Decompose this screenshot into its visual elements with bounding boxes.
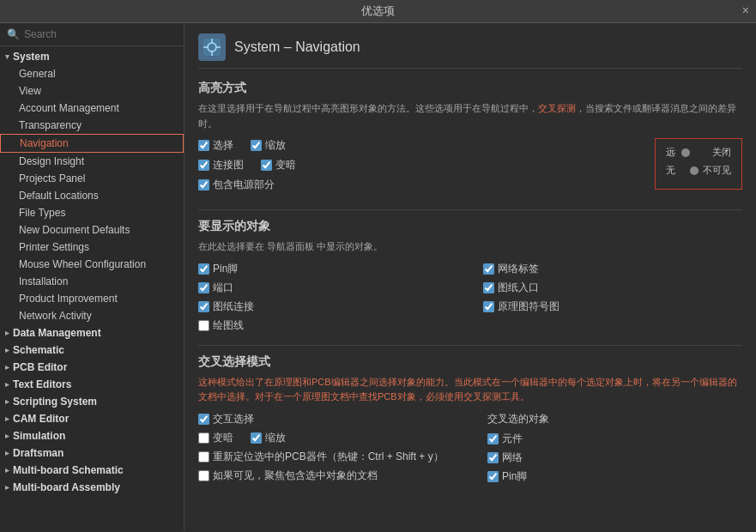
- checkbox-pin-label: Pin脚: [213, 262, 238, 276]
- divider1: [198, 209, 742, 210]
- checkbox-cross-net-label: 网络: [502, 450, 523, 465]
- expand-arrow-pcb-editor: ▸: [5, 363, 9, 372]
- sidebar-item-multiboard-schematic[interactable]: ▸ Multi-board Schematic: [0, 462, 184, 479]
- highlight-section: 高亮方式 在这里选择用于在导航过程中高亮图形对象的方法。这些选项用于在导航过程中…: [198, 81, 742, 197]
- sidebar-label-cam-editor: CAM Editor: [13, 413, 69, 425]
- expand-arrow-draftsman: ▸: [5, 449, 9, 457]
- highlight-desc-highlight: 交叉探测: [538, 103, 576, 113]
- sidebar-item-new-document-defaults[interactable]: New Document Defaults: [0, 221, 184, 239]
- checkbox-power-label: 包含电源部分: [213, 178, 275, 192]
- sidebar-item-printer-settings[interactable]: Printer Settings: [0, 239, 184, 256]
- checkbox-select[interactable]: 选择: [198, 138, 233, 153]
- sidebar-label-new-document-defaults: New Document Defaults: [19, 224, 130, 236]
- checkbox-cross-reposition[interactable]: 重新定位选中的PCB器件（热键：Ctrl + Shift + y）: [198, 450, 453, 464]
- sidebar-item-account-management[interactable]: Account Management: [0, 100, 184, 117]
- checkbox-netlabel[interactable]: 网络标签: [483, 262, 742, 276]
- checkbox-schsymbol[interactable]: 原理图符号图: [483, 299, 742, 314]
- search-input[interactable]: [24, 28, 177, 40]
- close-button[interactable]: ×: [742, 3, 749, 17]
- sidebar-label-view: View: [19, 85, 41, 97]
- sidebar-item-pcb-editor[interactable]: ▸ PCB Editor: [0, 359, 184, 376]
- cross-right-col: 交叉选的对象 元件 网络 Pin脚: [487, 412, 742, 484]
- checkbox-cross-pin[interactable]: Pin脚: [487, 469, 742, 484]
- highlight-row3: 包含电源部分: [198, 178, 629, 192]
- checkbox-schsymbol-label: 原理图符号图: [498, 299, 559, 314]
- sidebar-label-general: General: [19, 68, 56, 80]
- checkbox-cross-focus-label: 如果可见，聚焦包含选中对象的文档: [213, 469, 378, 483]
- sidebar-item-multiboard-assembly[interactable]: ▸ Multi-board Assembly: [0, 479, 184, 496]
- sidebar-label-projects-panel: Projects Panel: [19, 172, 85, 184]
- checkbox-sheetentry[interactable]: 图纸入口: [483, 281, 742, 295]
- checkbox-cross-component[interactable]: 元件: [487, 432, 742, 446]
- slider-far-thumb[interactable]: [681, 148, 690, 157]
- sidebar-label-schematic: Schematic: [13, 344, 64, 356]
- slider-none-right-label: 不可见: [697, 164, 731, 177]
- sidebar-item-general[interactable]: General: [0, 65, 184, 82]
- sidebar-item-simulation[interactable]: ▸ Simulation: [0, 427, 184, 444]
- cross-select-desc: 这种模式给出了在原理图和PCB编辑器之间选择对象的能力。当此模式在一个编辑器中的…: [198, 375, 742, 405]
- checkbox-dim[interactable]: 变暗: [261, 158, 296, 172]
- sidebar-item-data-management[interactable]: ▸ Data Management: [0, 324, 184, 342]
- slider-row-none: 无 不可见: [666, 164, 731, 177]
- checkbox-cross-select-label: 交互选择: [213, 412, 254, 426]
- checkbox-cross-net[interactable]: 网络: [487, 450, 742, 465]
- sidebar-label-mouse-wheel-config: Mouse Wheel Configuration: [19, 258, 146, 270]
- checkbox-connect[interactable]: 连接图: [198, 158, 244, 172]
- sidebar-item-view[interactable]: View: [0, 82, 184, 100]
- checkbox-sheetlink-label: 图纸连接: [213, 299, 254, 314]
- sidebar-label-text-editors: Text Editors: [13, 378, 71, 390]
- sidebar-item-schematic[interactable]: ▸ Schematic: [0, 342, 184, 359]
- checkbox-cross-select[interactable]: 交互选择: [198, 412, 453, 426]
- slider-row-far: 远 关闭: [666, 146, 731, 159]
- checkbox-cross-focus[interactable]: 如果可见，聚焦包含选中对象的文档: [198, 469, 453, 483]
- page-title: System – Navigation: [234, 39, 360, 55]
- checkbox-port[interactable]: 端口: [198, 281, 457, 295]
- checkbox-port-label: 端口: [213, 281, 233, 295]
- sidebar-item-projects-panel[interactable]: Projects Panel: [0, 170, 184, 187]
- sidebar-item-scripting-system[interactable]: ▸ Scripting System: [0, 393, 184, 410]
- sidebar-item-product-improvement[interactable]: Product Improvement: [0, 290, 184, 307]
- expand-arrow-schematic: ▸: [5, 346, 9, 354]
- expand-arrow-scripting-system: ▸: [5, 397, 9, 406]
- sidebar-item-draftsman[interactable]: ▸ Draftsman: [0, 444, 184, 462]
- tree-section: ▾ System General View Account Management…: [0, 46, 184, 498]
- checkbox-sheetlink[interactable]: 图纸连接: [198, 299, 457, 314]
- checkbox-connect-label: 连接图: [213, 158, 244, 172]
- display-objects-section: 要显示的对象 在此处选择要在 导航器面板 中显示的对象。 Pin脚 网络标签 端…: [198, 219, 742, 333]
- sidebar-item-text-editors[interactable]: ▸ Text Editors: [0, 376, 184, 393]
- sidebar-item-file-types[interactable]: File Types: [0, 204, 184, 221]
- sidebar-item-transparency[interactable]: Transparency: [0, 117, 184, 134]
- sidebar-item-cam-editor[interactable]: ▸ CAM Editor: [0, 410, 184, 427]
- sidebar-item-network-activity[interactable]: Network Activity: [0, 307, 184, 324]
- highlight-row1: 选择 缩放: [198, 138, 629, 153]
- slider-none-thumb[interactable]: [690, 166, 699, 175]
- sidebar-item-mouse-wheel-config[interactable]: Mouse Wheel Configuration: [0, 256, 184, 273]
- slider-far-left-label: 远: [666, 146, 683, 159]
- checkbox-netlabel-label: 网络标签: [498, 262, 539, 276]
- expand-arrow-cam-editor: ▸: [5, 414, 9, 423]
- checkbox-cross-component-label: 元件: [502, 432, 523, 446]
- search-box: 🔍: [0, 23, 184, 46]
- checkbox-zoom[interactable]: 缩放: [251, 138, 286, 153]
- checkbox-pin[interactable]: Pin脚: [198, 262, 457, 276]
- highlight-row2: 连接图 变暗: [198, 158, 629, 172]
- checkbox-drawwire[interactable]: 绘图线: [198, 318, 742, 333]
- sidebar-item-navigation[interactable]: Navigation: [0, 134, 184, 153]
- checkbox-cross-reposition-label: 重新定位选中的PCB器件（热键：Ctrl + Shift + y）: [213, 450, 444, 464]
- sidebar-label-system: System: [13, 51, 50, 63]
- sidebar-label-multiboard-schematic: Multi-board Schematic: [13, 464, 124, 476]
- checkbox-power[interactable]: 包含电源部分: [198, 178, 275, 192]
- slider-far-right-label: 关闭: [697, 146, 731, 159]
- cross-select-section: 交叉选择模式 这种模式给出了在原理图和PCB编辑器之间选择对象的能力。当此模式在…: [198, 354, 742, 484]
- sidebar-label-product-improvement: Product Improvement: [19, 293, 118, 305]
- sidebar-item-design-insight[interactable]: Design Insight: [0, 153, 184, 170]
- display-objects-desc: 在此处选择要在 导航器面板 中显示的对象。: [198, 239, 742, 255]
- checkbox-cross-pin-label: Pin脚: [502, 469, 527, 484]
- sidebar-item-system[interactable]: ▾ System: [0, 48, 184, 65]
- sidebar-label-pcb-editor: PCB Editor: [13, 361, 67, 373]
- checkbox-cross-zoom[interactable]: 缩放: [251, 431, 286, 445]
- sidebar-item-installation[interactable]: Installation: [0, 273, 184, 290]
- sidebar-item-default-locations[interactable]: Default Locations: [0, 187, 184, 204]
- sidebar-label-simulation: Simulation: [13, 430, 65, 442]
- checkbox-cross-dim[interactable]: 变暗: [198, 431, 233, 445]
